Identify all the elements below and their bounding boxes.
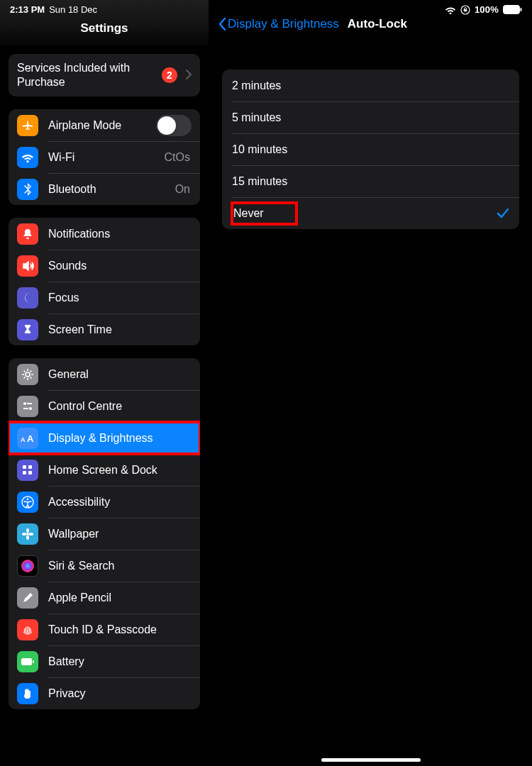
bluetooth-label: Bluetooth: [48, 183, 175, 196]
speaker-icon: [17, 255, 38, 277]
wallpaper-row[interactable]: Wallpaper: [9, 518, 200, 550]
touchid-row[interactable]: Touch ID & Passcode: [9, 614, 200, 645]
orientation-lock-icon: [460, 5, 470, 15]
status-time: 2:13 PM: [10, 4, 45, 15]
group-notifications: Notifications Sounds Focus: [9, 218, 200, 345]
bluetooth-icon: [17, 179, 38, 200]
focus-label: Focus: [48, 292, 192, 304]
control-centre-row[interactable]: Control Centre: [9, 390, 200, 422]
option-never[interactable]: Never: [222, 197, 519, 229]
bluetooth-row[interactable]: Bluetooth On: [9, 173, 200, 205]
autolock-options: 2 minutes 5 minutes 10 minutes 15 minute…: [222, 70, 519, 229]
bluetooth-value: On: [175, 183, 190, 196]
battery-icon-settings: [17, 651, 38, 672]
option-label: 5 minutes: [232, 111, 281, 124]
bell-icon: [17, 223, 38, 245]
siri-row[interactable]: Siri & Search: [9, 550, 200, 582]
screentime-row[interactable]: Screen Time: [9, 313, 200, 345]
option-label: 15 minutes: [232, 175, 287, 188]
group-account: Services Included with Purchase 2: [9, 54, 200, 96]
checkmark-icon: [497, 208, 509, 219]
battery-label: Battery: [48, 655, 192, 668]
home-screen-label: Home Screen & Dock: [48, 464, 192, 477]
svg-rect-14: [28, 471, 32, 474]
chevron-right-icon: [186, 68, 192, 83]
svg-rect-3: [521, 8, 522, 11]
battery-icon: [503, 5, 522, 14]
svg-point-19: [26, 535, 29, 540]
wifi-row[interactable]: Wi-Fi CtOs: [9, 141, 200, 173]
notifications-label: Notifications: [48, 228, 192, 240]
display-brightness-label: Display & Brightness: [48, 432, 192, 445]
chevron-left-icon: [218, 17, 226, 31]
general-row[interactable]: General: [9, 358, 200, 390]
option-2-minutes[interactable]: 2 minutes: [222, 70, 519, 101]
services-badge: 2: [162, 67, 177, 83]
notifications-row[interactable]: Notifications: [9, 218, 200, 250]
option-10-minutes[interactable]: 10 minutes: [222, 133, 519, 165]
siri-label: Siri & Search: [48, 560, 192, 572]
svg-rect-12: [28, 465, 32, 469]
wifi-icon: [445, 6, 456, 14]
svg-rect-1: [464, 9, 467, 11]
hand-icon: [17, 683, 38, 704]
privacy-label: Privacy: [48, 687, 192, 700]
detail-panel: Display & Brightness Auto-Lock 2 minutes…: [209, 0, 532, 766]
hourglass-icon: [17, 319, 38, 340]
option-label: 2 minutes: [232, 79, 281, 92]
status-date: Sun 18 Dec: [49, 4, 97, 15]
back-button[interactable]: Display & Brightness: [218, 17, 339, 31]
sounds-label: Sounds: [48, 260, 192, 272]
wifi-label: Wi-Fi: [48, 151, 165, 164]
siri-icon: [17, 555, 38, 577]
flower-icon: [17, 523, 38, 545]
accessibility-label: Accessibility: [48, 496, 192, 509]
svg-point-20: [22, 533, 26, 535]
home-indicator[interactable]: [321, 758, 421, 762]
airplane-toggle[interactable]: [156, 115, 192, 136]
svg-point-22: [21, 560, 34, 572]
svg-rect-23: [21, 658, 32, 665]
battery-row[interactable]: Battery: [9, 645, 200, 677]
control-centre-label: Control Centre: [48, 400, 192, 413]
pencil-icon: [17, 587, 38, 609]
svg-rect-2: [504, 6, 520, 14]
sounds-row[interactable]: Sounds: [9, 250, 200, 282]
gear-icon: [17, 364, 38, 385]
status-bar: 2:13 PM Sun 18 Dec 100%: [0, 0, 532, 17]
touchid-label: Touch ID & Passcode: [48, 623, 192, 636]
pencil-row[interactable]: Apple Pencil: [9, 582, 200, 614]
svg-point-21: [29, 533, 33, 535]
sidebar-scroll[interactable]: Services Included with Purchase 2 Airpla…: [0, 45, 209, 766]
display-brightness-row[interactable]: AA Display & Brightness: [9, 422, 200, 454]
group-general: General Control Centre AA Display & Brig…: [9, 358, 200, 709]
svg-rect-6: [27, 403, 32, 404]
airplane-row[interactable]: Airplane Mode: [9, 109, 200, 141]
services-row[interactable]: Services Included with Purchase 2: [9, 54, 200, 96]
accessibility-icon: [17, 492, 38, 513]
airplane-icon: [17, 115, 38, 136]
moon-icon: [17, 287, 38, 309]
sidebar-title: Settings: [80, 21, 128, 35]
general-label: General: [48, 368, 192, 381]
detail-title: Auto-Lock: [348, 17, 407, 31]
text-size-icon: AA: [17, 428, 38, 449]
svg-text:A: A: [27, 433, 34, 443]
wifi-settings-icon: [17, 147, 38, 168]
svg-point-7: [29, 407, 32, 410]
airplane-label: Airplane Mode: [48, 119, 156, 132]
group-connectivity: Airplane Mode Wi-Fi CtOs Bluetooth On: [9, 109, 200, 205]
svg-rect-11: [23, 465, 26, 469]
sliders-icon: [17, 396, 38, 417]
svg-point-4: [26, 372, 30, 377]
privacy-row[interactable]: Privacy: [9, 677, 200, 709]
home-screen-row[interactable]: Home Screen & Dock: [9, 454, 200, 486]
svg-point-16: [27, 498, 29, 500]
back-label: Display & Brightness: [228, 17, 339, 31]
svg-rect-8: [23, 408, 28, 409]
accessibility-row[interactable]: Accessibility: [9, 486, 200, 518]
option-15-minutes[interactable]: 15 minutes: [222, 165, 519, 197]
svg-point-17: [26, 533, 29, 535]
focus-row[interactable]: Focus: [9, 282, 200, 313]
option-5-minutes[interactable]: 5 minutes: [222, 101, 519, 133]
